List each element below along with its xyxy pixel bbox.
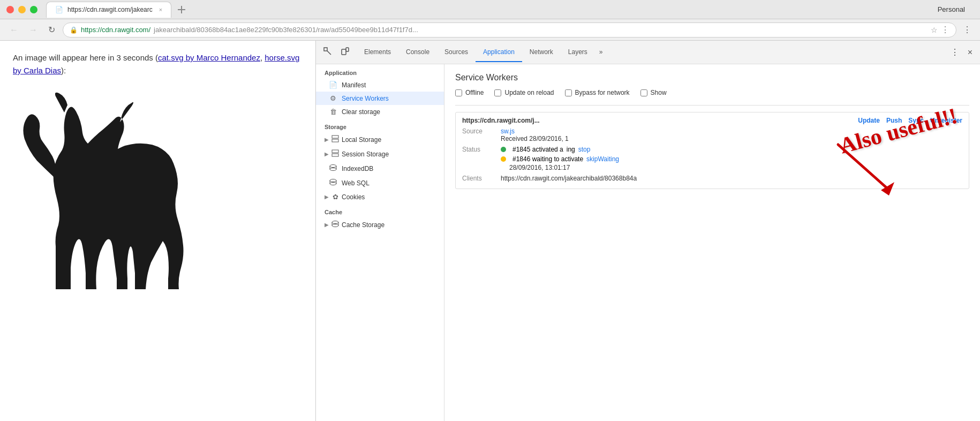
svg-rect-9 xyxy=(332,154,338,156)
tab-console[interactable]: Console xyxy=(398,43,437,62)
svg-rect-5 xyxy=(346,48,349,51)
svg-point-21 xyxy=(332,224,338,227)
sidebar-item-web-sql-label: Web SQL xyxy=(342,179,370,187)
devtools-main-panel: Also useful!! Service Workers Offline xyxy=(444,64,980,421)
tab-title: https://cdn.rawgit.com/jakearc xyxy=(67,6,153,13)
window-close-button[interactable] xyxy=(6,6,14,13)
devtools-tabs: Elements Console Sources Application Net… xyxy=(357,43,607,62)
bypass-network-label: Bypass for network xyxy=(575,89,630,96)
tab-favicon-icon: 📄 xyxy=(55,6,63,13)
panel-title: Service Workers xyxy=(455,73,969,82)
sw-js-link[interactable]: sw.js xyxy=(501,127,515,135)
sw-unregister-link[interactable]: Unregister xyxy=(930,117,962,124)
sw-push-link[interactable]: Push xyxy=(886,117,902,124)
sidebar-item-local-storage[interactable]: ▶ Local Storage xyxy=(316,132,444,147)
element-picker-icon[interactable] xyxy=(320,45,335,59)
clients-value: https://cdn.rawgit.com/jakearchibald/803… xyxy=(501,175,637,182)
page-text-before: An image will appear here in 3 seconds ( xyxy=(13,53,158,62)
svg-point-13 xyxy=(330,168,336,171)
sw-sync-link[interactable]: Sync xyxy=(908,117,924,124)
sidebar-item-cookies[interactable]: ▶ ✿ Cookies xyxy=(316,190,444,204)
url-text-green: https://cdn.rawgit.com/ xyxy=(81,26,150,34)
devtools-menu-button[interactable]: ⋮ xyxy=(947,45,962,59)
bypass-network-option[interactable]: Bypass for network xyxy=(565,89,630,96)
tab-layers[interactable]: Layers xyxy=(561,43,595,62)
new-tab-button[interactable] xyxy=(174,2,190,18)
svg-point-18 xyxy=(332,221,338,224)
page-content: An image will appear here in 3 seconds (… xyxy=(0,41,316,421)
cat-image-container xyxy=(13,86,303,311)
svg-point-17 xyxy=(330,183,336,185)
device-toggle-icon[interactable] xyxy=(337,45,352,59)
secure-icon: 🔒 xyxy=(70,26,78,34)
local-storage-icon xyxy=(331,135,340,144)
sidebar-item-local-storage-label: Local Storage xyxy=(342,136,381,144)
svg-rect-8 xyxy=(332,150,338,153)
update-on-reload-option[interactable]: Update on reload xyxy=(494,89,554,96)
svg-rect-6 xyxy=(332,136,338,138)
service-workers-icon: ⚙ xyxy=(329,94,337,102)
svg-point-14 xyxy=(330,179,336,182)
offline-option[interactable]: Offline xyxy=(455,89,484,96)
tab-application[interactable]: Application xyxy=(476,43,522,62)
sw-source-row: Source sw.js Received 28/09/2016, 1 xyxy=(462,127,962,142)
svg-point-10 xyxy=(330,165,336,168)
svg-rect-7 xyxy=(332,139,338,142)
sidebar-item-clear-storage-label: Clear storage xyxy=(342,108,380,116)
sw-status2-row: #1846 waiting to activate skipWaiting xyxy=(501,155,619,163)
page-description: An image will appear here in 3 seconds (… xyxy=(13,51,303,77)
svg-rect-1 xyxy=(178,9,185,10)
back-button[interactable]: ← xyxy=(6,23,21,37)
sw-options: Offline Update on reload Bypass for netw… xyxy=(455,89,969,96)
sidebar-item-service-workers[interactable]: ⚙ Service Workers xyxy=(316,92,444,105)
devtools-close-button[interactable]: × xyxy=(964,45,976,59)
sw-url-row: https://cdn.rawgit.com/j... Update Push … xyxy=(462,117,962,124)
tab-bar: 📄 https://cdn.rawgit.com/jakearc × Perso… xyxy=(46,2,974,18)
extension-icon[interactable]: ⋮ xyxy=(961,22,974,37)
sw-received-text: Received 28/09/2016, 1 xyxy=(501,135,569,142)
tab-elements[interactable]: Elements xyxy=(357,43,398,62)
url-bar[interactable]: 🔒 https://cdn.rawgit.com/ jakearchibald/… xyxy=(63,22,956,37)
web-sql-icon xyxy=(329,178,337,187)
forward-button[interactable]: → xyxy=(26,23,41,37)
sidebar-section-cache: Cache xyxy=(316,204,444,217)
devtools-panel: Elements Console Sources Application Net… xyxy=(316,41,980,421)
sw-url-text: https://cdn.rawgit.com/j... xyxy=(462,117,540,124)
tab-sources[interactable]: Sources xyxy=(437,43,476,62)
bookmark-icon[interactable]: ☆ xyxy=(931,26,938,34)
update-on-reload-checkbox[interactable] xyxy=(494,89,501,96)
title-bar: 📄 https://cdn.rawgit.com/jakearc × Perso… xyxy=(0,0,980,19)
sw-update-link[interactable]: Update xyxy=(858,117,880,124)
sidebar-item-clear-storage[interactable]: 🗑 Clear storage xyxy=(316,105,444,118)
sw-actions: Update Push Sync Unregister xyxy=(858,117,962,124)
url-menu-icon[interactable]: ⋮ xyxy=(941,25,949,35)
address-bar: ← → ↻ 🔒 https://cdn.rawgit.com/ jakearch… xyxy=(0,19,980,41)
show-label: Show xyxy=(651,89,667,96)
bypass-network-checkbox[interactable] xyxy=(565,89,572,96)
window-maximize-button[interactable] xyxy=(30,6,37,13)
status-label: Status xyxy=(462,146,494,153)
browser-tab[interactable]: 📄 https://cdn.rawgit.com/jakearc × xyxy=(46,2,171,18)
tab-network[interactable]: Network xyxy=(522,43,561,62)
cat-svg-link[interactable]: cat.svg by Marco Hernandez xyxy=(158,53,260,62)
update-on-reload-label: Update on reload xyxy=(504,89,554,96)
sidebar-item-manifest[interactable]: 📄 Manifest xyxy=(316,78,444,92)
cookies-arrow: ▶ xyxy=(325,194,329,200)
profile-label: Personal xyxy=(938,5,974,13)
sidebar-item-session-storage[interactable]: ▶ Session Storage xyxy=(316,147,444,161)
offline-checkbox[interactable] xyxy=(455,89,462,96)
window-minimize-button[interactable] xyxy=(18,6,26,13)
sidebar-item-web-sql[interactable]: Web SQL xyxy=(316,176,444,190)
stop-link[interactable]: stop xyxy=(578,146,591,153)
more-tabs-button[interactable]: » xyxy=(595,43,607,62)
reload-button[interactable]: ↻ xyxy=(45,22,58,37)
source-label: Source xyxy=(462,127,494,135)
sidebar-item-indexeddb[interactable]: IndexedDB xyxy=(316,161,444,176)
sidebar-item-cache-storage[interactable]: ▶ Cache Storage xyxy=(316,217,444,232)
cache-storage-arrow: ▶ xyxy=(325,222,329,228)
svg-line-3 xyxy=(327,51,331,55)
show-option[interactable]: Show xyxy=(640,89,667,96)
show-checkbox[interactable] xyxy=(640,89,647,96)
tab-close-button[interactable]: × xyxy=(159,6,162,13)
skip-waiting-link[interactable]: skipWaiting xyxy=(586,155,619,163)
